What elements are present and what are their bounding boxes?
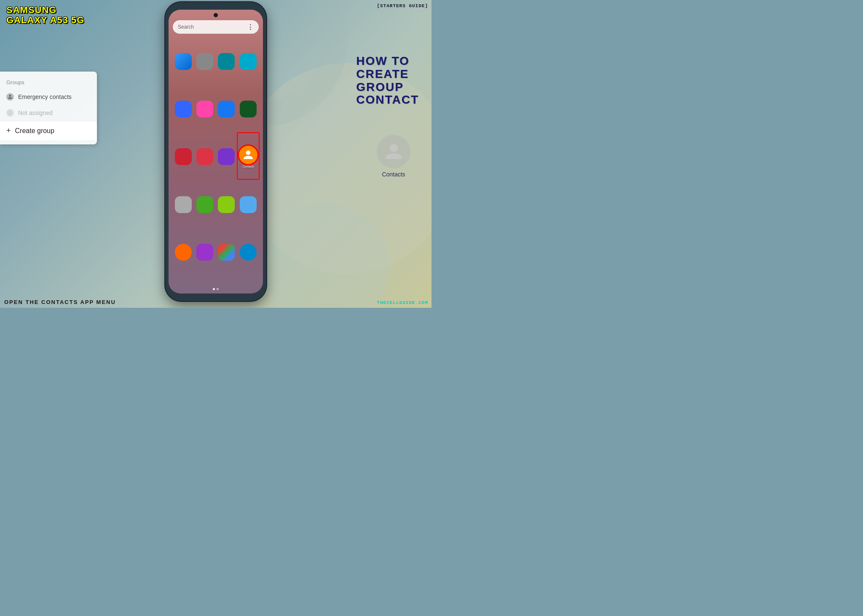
app-circle-6 (196, 101, 213, 117)
contacts-person-icon (243, 149, 254, 160)
app-circle-18 (196, 244, 213, 261)
not-assigned-item[interactable]: Not assigned (0, 105, 97, 121)
title-line2: GALAXY A53 5G (6, 15, 84, 25)
app-icon-19[interactable] (217, 230, 236, 275)
app-icon-13[interactable] (174, 182, 192, 227)
page-indicators (213, 288, 219, 290)
app-icon-7[interactable] (217, 87, 236, 131)
emergency-contacts-item[interactable]: Emergency contacts (0, 89, 97, 105)
camera-notch (214, 13, 218, 17)
search-text: Search (178, 24, 247, 30)
app-icon-6[interactable] (196, 87, 214, 131)
app-circle-17 (175, 244, 192, 261)
phone-search-bar[interactable]: Search ⋮ (173, 20, 259, 34)
app-circle-2 (196, 53, 213, 70)
app-icon-8[interactable] (239, 87, 257, 131)
app-circle-14 (196, 196, 213, 213)
app-icon-10[interactable] (196, 135, 214, 179)
title-block: SAMSUNG GALAXY A53 5G (6, 5, 84, 25)
app-icon-11[interactable] (217, 135, 236, 179)
app-circle-7 (218, 101, 235, 117)
not-assigned-label: Not assigned (18, 109, 53, 116)
sidebar-panel: Groups Emergency contacts Not assigned +… (0, 72, 97, 144)
app-circle-11 (218, 148, 235, 165)
app-circle-19 (218, 244, 235, 261)
app-icon-5[interactable] (174, 87, 192, 131)
watermark-top: [STARTERS GUIDE] (377, 3, 428, 8)
contacts-icon-right: Contacts (377, 135, 410, 178)
watermark-bottom: THECELLGUIDE.COM (377, 300, 428, 305)
contacts-app-icon[interactable]: Contacts (239, 135, 257, 179)
app-circle-4 (240, 53, 257, 70)
app-icon-14[interactable] (196, 182, 214, 227)
app-circle-1 (175, 53, 192, 70)
emergency-icon (6, 93, 14, 101)
app-circle-9 (175, 148, 192, 165)
bottom-instruction: OPEN THE CONTACTS APP MENU (4, 299, 116, 305)
app-icon-16[interactable] (239, 182, 257, 227)
create-group-button[interactable]: + Create group (0, 121, 97, 140)
app-circle-5 (175, 101, 192, 117)
emergency-contacts-label: Emergency contacts (18, 93, 72, 100)
more-options-icon[interactable]: ⋮ (247, 23, 254, 31)
app-circle-20 (240, 244, 257, 261)
dot-1 (213, 288, 215, 290)
groups-label: Groups (0, 76, 97, 89)
app-icon-1[interactable] (174, 39, 192, 83)
title-line1: SAMSUNG (6, 5, 84, 15)
app-circle-3 (218, 53, 235, 70)
app-icon-20[interactable] (239, 230, 257, 275)
phone-container: Search ⋮ (161, 0, 271, 308)
app-circle-15 (218, 196, 235, 213)
phone-outer: Search ⋮ (165, 2, 266, 301)
app-icon-17[interactable] (174, 230, 192, 275)
app-circle-8 (240, 101, 257, 117)
app-circle-13 (175, 196, 192, 213)
app-circle-16 (240, 196, 257, 213)
contacts-label-right: Contacts (382, 171, 405, 178)
contacts-circle (239, 146, 257, 164)
phone-screen: Search ⋮ (169, 10, 263, 293)
how-to-title: HOW TO CREATE GROUP CONTACT (356, 55, 419, 107)
app-icon-9[interactable] (174, 135, 192, 179)
app-icon-4[interactable] (239, 39, 257, 83)
contacts-circle-right (377, 135, 410, 168)
plus-icon: + (6, 126, 11, 135)
not-assigned-icon (6, 109, 14, 117)
create-group-label: Create group (15, 127, 54, 135)
app-icon-15[interactable] (217, 182, 236, 227)
how-to-line2: CREATE (356, 68, 419, 81)
app-grid: Contacts (172, 37, 260, 277)
app-circle-10 (196, 148, 213, 165)
how-to-line1: HOW TO (356, 55, 419, 68)
app-icon-18[interactable] (196, 230, 214, 275)
dot-2 (217, 288, 219, 290)
contacts-person-icon-right (384, 142, 403, 161)
how-to-line3: GROUP (356, 81, 419, 94)
how-to-line4: CONTACT (356, 93, 419, 107)
contacts-app-label: Contacts (242, 165, 254, 168)
app-icon-2[interactable] (196, 39, 214, 83)
app-icon-3[interactable] (217, 39, 236, 83)
